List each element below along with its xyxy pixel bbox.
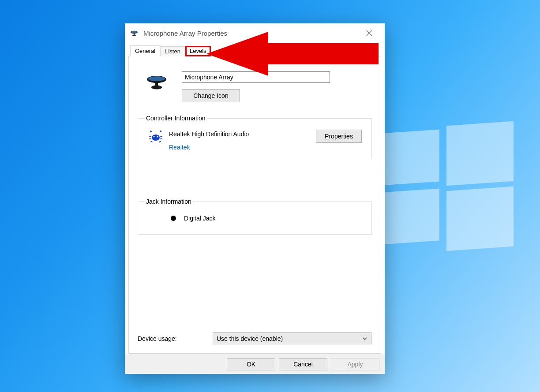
- window-title: Microphone Array Properties: [143, 30, 227, 37]
- apply-button[interactable]: Apply: [331, 358, 379, 370]
- change-icon-button[interactable]: Change Icon: [182, 89, 240, 102]
- svg-rect-12: [160, 136, 162, 137]
- controller-legend: Controller Information: [144, 115, 207, 122]
- tab-listen[interactable]: Listen: [160, 46, 185, 56]
- title-bar: Microphone Array Properties: [125, 23, 385, 43]
- close-icon: [366, 30, 372, 36]
- svg-rect-16: [159, 141, 161, 142]
- svg-point-8: [152, 134, 160, 141]
- svg-point-1: [131, 31, 137, 33]
- controller-information-group: Controller Information: [138, 115, 372, 159]
- jack-color-dot: [171, 216, 176, 221]
- jack-label: Digital Jack: [184, 215, 216, 222]
- svg-point-9: [153, 136, 154, 137]
- svg-point-7: [151, 86, 162, 90]
- svg-rect-14: [160, 138, 162, 139]
- svg-point-3: [132, 35, 136, 36]
- realtek-crab-icon: [148, 130, 167, 145]
- windows-logo-backdrop: [381, 123, 514, 256]
- svg-rect-15: [150, 141, 153, 142]
- cancel-button[interactable]: Cancel: [279, 358, 327, 370]
- jack-legend: Jack Information: [144, 198, 193, 205]
- device-usage-row: Device usage: Use this device (enable): [138, 332, 372, 344]
- tab-levels[interactable]: Levels: [185, 46, 211, 56]
- close-button[interactable]: [359, 23, 379, 43]
- dialog-footer: OK Cancel Apply: [125, 354, 385, 374]
- tab-strip: General Listen Levels: [128, 45, 381, 56]
- tab-panel-general: Change Icon Controller Information: [128, 56, 381, 354]
- jack-information-group: Jack Information Digital Jack: [138, 198, 372, 235]
- microphone-icon: [130, 30, 139, 36]
- controller-vendor-link[interactable]: Realtek: [169, 144, 190, 151]
- dialog-client-area: General Listen Levels: [128, 45, 381, 354]
- chevron-down-icon: [362, 336, 368, 343]
- device-usage-label: Device usage:: [138, 335, 213, 342]
- ok-button[interactable]: OK: [227, 358, 275, 370]
- tab-general[interactable]: General: [130, 45, 160, 56]
- device-usage-select[interactable]: Use this device (enable): [213, 332, 371, 344]
- svg-rect-11: [149, 136, 151, 137]
- properties-dialog: Microphone Array Properties General List…: [125, 23, 385, 374]
- svg-rect-2: [134, 33, 135, 35]
- desktop: Microphone Array Properties General List…: [0, 0, 540, 392]
- svg-point-10: [157, 136, 158, 137]
- device-usage-selected: Use this device (enable): [217, 335, 283, 342]
- device-icon: [145, 71, 171, 93]
- controller-properties-button[interactable]: Properties: [316, 130, 362, 143]
- device-name-input[interactable]: [182, 71, 330, 83]
- svg-rect-13: [149, 138, 151, 139]
- svg-point-5: [148, 76, 165, 81]
- controller-name: Realtek High Definition Audio: [169, 130, 316, 138]
